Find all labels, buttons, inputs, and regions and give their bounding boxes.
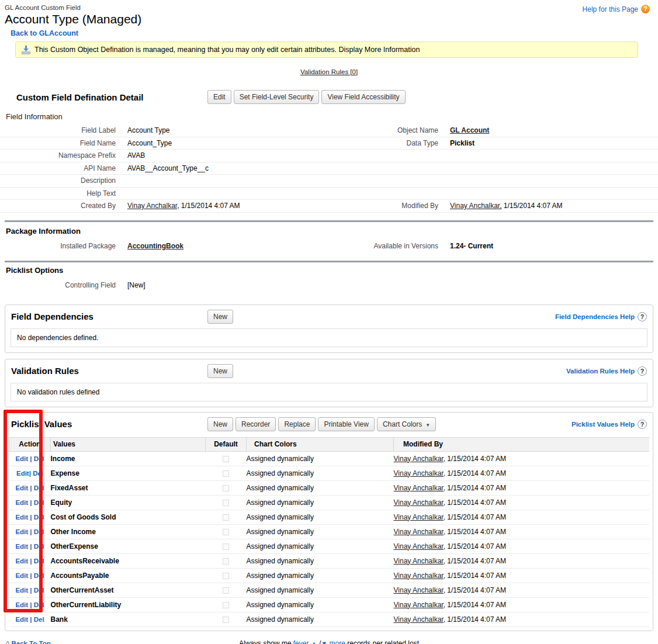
modified-by-link[interactable]: Vinay Anchalkar, [394,615,446,624]
picklist-chart-colors-button[interactable]: Chart Colors▼ [377,417,436,431]
del-link[interactable]: Del [34,484,44,491]
column-header-action: Action [9,437,51,451]
edit-link[interactable]: Edit [15,484,28,491]
del-link[interactable]: Del [34,455,44,462]
modified-by-link[interactable]: Vinay Anchalkar, [394,484,446,492]
records-per-list-control: Always show me fever ▲ /▼ more records p… [0,639,658,644]
modified-by-link[interactable]: Vinay Anchalkar, [394,498,446,507]
table-row: Edit | Del Cost of Goods Sold Assigned d… [9,510,650,524]
modified-by-link[interactable]: Vinay Anchalkar, [394,455,446,463]
del-link[interactable]: Del [34,601,44,608]
field-row: Description [0,175,658,188]
validation-rules-empty-message: No validation rules defined [11,383,647,401]
picklist-replace-button[interactable]: Replace [278,417,316,431]
chart-colors-value: Assigned dynamically [247,597,394,612]
picklist-recorder-button[interactable]: Recorder [236,417,276,431]
edit-link[interactable]: Edit [15,528,28,535]
picklist-value: OtherCurrentLiability [51,597,206,612]
edit-link[interactable]: Edit [15,499,28,506]
set-field-level-security-button[interactable]: Set Field-Level Security [234,90,320,104]
chart-colors-value: Assigned dynamically [247,451,394,466]
del-link[interactable]: Del [34,514,44,521]
default-checkbox [223,514,229,521]
validation-rules-help-link[interactable]: Validation Rules Help [566,368,635,375]
del-link[interactable]: Del [34,528,44,535]
created-by-link[interactable]: Vinay Anchalkar [127,202,177,210]
chart-colors-value: Assigned dynamically [247,539,394,553]
column-header-chart-colors: Chart Colors [247,437,394,451]
validation-rules-new-button[interactable]: New [207,364,233,378]
table-row: Edit | Del AccountsPayable Assigned dyna… [9,568,650,583]
picklist-values-table: Action Values Default Chart Colors Modif… [9,437,649,627]
picklist-value: Cost of Goods Sold [51,510,206,524]
default-checkbox [223,456,229,462]
field-dependencies-new-button[interactable]: New [207,310,233,324]
edit-link[interactable]: Edit [15,558,28,565]
help-circle-icon[interactable]: ? [638,312,647,321]
del-link[interactable]: Del [34,587,44,594]
field-row: Help Text [0,188,658,200]
edit-link[interactable]: Edit [15,514,28,521]
del-link[interactable]: Del [34,499,44,506]
del-link[interactable]: Del [34,543,44,550]
modified-by-link[interactable]: Vinay Anchalkar, [394,469,446,477]
edit-link[interactable]: Edit [15,572,28,579]
installed-package-link[interactable]: AccountingBook [127,242,183,250]
modified-by-link[interactable]: Vinay Anchalkar, [394,542,446,550]
table-row: Edit | Del OtherExpense Assigned dynamic… [9,539,650,553]
triangle-down-icon[interactable]: ▼ [321,640,327,644]
edit-link[interactable]: Edit [15,543,28,550]
chevron-down-icon: ▼ [425,423,430,428]
modified-by-link[interactable]: Vinay Anchalkar, [394,528,446,536]
help-circle-icon[interactable]: ? [638,366,647,376]
modified-by-link[interactable]: Vinay Anchalkar, [394,586,446,594]
modified-by-link[interactable]: Vinay Anchalkar, [394,557,446,565]
del-link[interactable]: Del [34,616,44,623]
detail-title: Custom Field Defination Detail [16,92,207,102]
table-row: Edit | Del Equity Assigned dynamically V… [9,495,650,510]
del-link[interactable]: Del [34,558,44,565]
default-checkbox [223,587,229,594]
edit-link[interactable]: Edit [16,470,29,477]
field-information-label: Field Information [6,112,658,121]
table-row: Edit | Del OtherCurrentAsset Assigned dy… [9,583,650,597]
picklist-values-help-link[interactable]: Picklist Values Help [572,421,635,428]
table-row: Edit | Del Income Assigned dynamically V… [9,451,650,466]
edit-button[interactable]: Edit [207,90,231,104]
section-divider [5,220,653,222]
del-link[interactable]: Del [33,470,43,477]
table-row: Edit | Del AccountsReceivable Assigned d… [9,553,650,568]
edit-link[interactable]: Edit [15,601,28,608]
edit-link[interactable]: Edit [15,587,28,594]
table-row: Edit | Del FixedAsset Assigned dynamical… [9,480,650,495]
help-circle-icon[interactable]: ? [638,420,647,429]
picklist-printable-view-button[interactable]: Printable View [318,417,375,431]
validation-rules-title: Validation Rules [11,366,207,376]
modified-by-link[interactable]: Vinay Anchalkar, [450,202,502,210]
modified-by-link[interactable]: Vinay Anchalkar, [394,601,446,609]
help-for-this-page-link[interactable]: Help for this Page [583,5,638,13]
table-row: Edit | Del Bank Assigned dynamically Vin… [9,612,650,626]
picklist-value: Expense [51,466,206,480]
validation-rules-panel: Validation Rules New Validation Rules He… [5,359,653,407]
validation-rules-anchor-link[interactable]: Validation Rules [0] [300,68,358,75]
field-dependencies-help-link[interactable]: Field Dependencies Help [555,313,635,320]
chart-colors-value: Assigned dynamically [247,466,394,480]
picklist-new-button[interactable]: New [207,417,233,431]
back-to-object-link[interactable]: Back to GLAccount [11,29,78,37]
edit-link[interactable]: Edit [15,616,28,623]
fewer-records-link[interactable]: fever [293,639,309,644]
more-records-link[interactable]: more [330,639,345,644]
modified-by-link[interactable]: Vinay Anchalkar, [394,572,446,580]
modified-by-link[interactable]: Vinay Anchalkar, [394,513,446,521]
column-header-values: Values [51,437,206,451]
edit-link[interactable]: Edit [15,455,28,462]
field-row: Namespace PrefixAVAB [0,150,658,162]
object-name-link[interactable]: GL Account [450,126,489,134]
triangle-up-icon[interactable]: ▲ [311,640,317,644]
view-field-accessibility-button[interactable]: View Field Accessibility [321,90,405,104]
del-link[interactable]: Del [34,572,44,579]
default-checkbox [223,573,229,579]
install-package-icon [21,45,31,55]
help-question-icon[interactable]: ? [641,5,650,13]
